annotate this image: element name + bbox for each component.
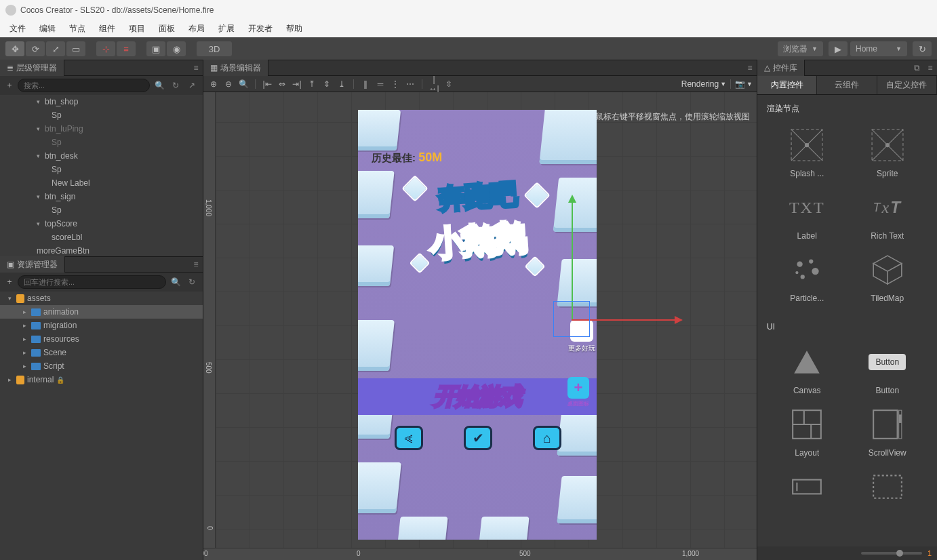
zoom-out-icon[interactable]: ⊖	[222, 79, 235, 89]
align-left-icon[interactable]: |⇤	[261, 79, 273, 89]
tree-item[interactable]: ▾btn_sign	[0, 190, 203, 203]
align-top-icon[interactable]: ⤒	[306, 79, 318, 89]
comp-splash[interactable]: Splash ...	[776, 128, 838, 178]
asset-tree-item[interactable]: ▸Scene	[0, 346, 203, 359]
spacing-icon[interactable]: |↔|	[428, 75, 440, 94]
comp-particle[interactable]: Particle...	[776, 253, 838, 303]
anchor-tool-button[interactable]: ⊹	[96, 41, 115, 56]
comp-label[interactable]: TXT Label	[776, 191, 838, 241]
distribute-v-icon[interactable]: ═	[374, 79, 386, 89]
menu-panel[interactable]: 面板	[152, 20, 182, 37]
scene-editor-tab[interactable]: ▦ 场景编辑器	[203, 60, 268, 77]
panel-menu-icon[interactable]: ≡	[189, 260, 203, 269]
selection-rect[interactable]	[553, 301, 590, 337]
hierarchy-tree[interactable]: ▾btn_shopSp▾btn_luPingSp▾btn_deskSpNew L…	[0, 95, 203, 256]
scene-viewport[interactable]: 使用鼠标右键平移视窗焦点，使用滚轮缩放视图	[203, 92, 757, 560]
panel-menu-icon[interactable]: ≡	[189, 63, 203, 73]
assets-tab[interactable]: ▣ 资源管理器	[0, 256, 65, 273]
align-center-h-icon[interactable]: ⇔	[276, 79, 288, 89]
tree-item[interactable]: scoreLbl	[0, 231, 203, 244]
asset-tree-item[interactable]: ▸resources	[0, 332, 203, 346]
assets-search-input[interactable]	[18, 275, 166, 289]
hierarchy-search-input[interactable]	[18, 79, 150, 92]
refresh-icon[interactable]: ↻	[169, 81, 182, 90]
comp-tiledmap[interactable]: TiledMap	[857, 253, 919, 303]
tree-item[interactable]: Sp	[0, 163, 203, 176]
menu-layout[interactable]: 布局	[182, 20, 212, 37]
assets-tree[interactable]: ▾assets▸animation▸migration▸resources▸Sc…	[0, 292, 203, 560]
zoom-in-icon[interactable]: ⊕	[207, 79, 220, 89]
refresh-button[interactable]: ↻	[913, 41, 932, 56]
menu-file[interactable]: 文件	[3, 20, 33, 37]
asset-tree-item[interactable]: ▸animation	[0, 305, 203, 319]
assets-title: 资源管理器	[17, 259, 58, 271]
tree-item[interactable]: Sp	[0, 136, 203, 149]
tab-builtin[interactable]: 内置控件	[757, 76, 817, 94]
search-icon[interactable]: 🔍	[169, 277, 182, 287]
zoom-slider[interactable]	[861, 552, 922, 555]
tree-item[interactable]: New Label	[0, 176, 203, 190]
align-right-icon[interactable]: ⇥|	[291, 79, 303, 89]
pivot-tool-button[interactable]: ≡	[117, 41, 136, 56]
tree-item[interactable]: ▾btn_luPing	[0, 122, 203, 136]
tree-item[interactable]: Sp	[0, 203, 203, 217]
rotate-tool-button[interactable]: ⟳	[26, 41, 45, 56]
distribute-h-icon[interactable]: ‖	[359, 79, 372, 89]
menu-edit[interactable]: 编辑	[33, 20, 62, 37]
collapse-icon[interactable]: ↗	[185, 81, 199, 90]
move-tool-button[interactable]: ✥	[5, 41, 24, 56]
tree-item[interactable]: moreGameBtn	[0, 244, 203, 256]
local-tool-button[interactable]: ▣	[146, 41, 165, 56]
zoom-fit-icon[interactable]: 🔍	[237, 79, 250, 89]
distribute-h2-icon[interactable]: ⋮	[389, 79, 401, 89]
tree-item[interactable]: ▾btn_shop	[0, 95, 203, 108]
align-center-v-icon[interactable]: ⇕	[321, 79, 333, 89]
play-button[interactable]: ▶	[829, 41, 848, 56]
hierarchy-tab[interactable]: ≣ 层级管理器	[0, 60, 64, 77]
preview-platform-dropdown[interactable]: 浏览器▼	[778, 41, 823, 56]
comp-layout[interactable]: Layout	[776, 407, 838, 458]
menu-component[interactable]: 组件	[92, 20, 122, 37]
global-tool-button[interactable]: ◉	[167, 41, 186, 56]
scale-tool-button[interactable]: ⤢	[46, 41, 65, 56]
distribute-v2-icon[interactable]: ⋯	[404, 79, 416, 89]
comp-sprite[interactable]: Sprite	[857, 128, 919, 178]
panel-menu-icon[interactable]: ≡	[743, 63, 757, 73]
add-asset-button[interactable]: +	[4, 277, 15, 287]
search-icon[interactable]: 🔍	[153, 81, 166, 90]
menu-node[interactable]: 节点	[62, 20, 92, 37]
rendering-dropdown[interactable]: Rendering	[681, 79, 719, 89]
rect-tool-button[interactable]: ▭	[66, 41, 85, 56]
comp-canvas[interactable]: Canvas	[776, 345, 838, 395]
menu-developer[interactable]: 开发者	[241, 20, 279, 37]
refresh-icon[interactable]: ↻	[185, 277, 199, 287]
tree-item-label: scoreLbl	[52, 233, 82, 242]
panel-menu-icon[interactable]: ≡	[923, 63, 937, 73]
menu-help[interactable]: 帮助	[279, 20, 309, 37]
add-node-button[interactable]: +	[4, 81, 15, 90]
comp-button[interactable]: Button Button	[857, 345, 919, 395]
menu-project[interactable]: 项目	[122, 20, 152, 37]
comp-scrollview[interactable]: ScrollView	[857, 407, 919, 458]
asset-tree-item[interactable]: ▸internal🔒	[0, 373, 203, 386]
asset-tree-item[interactable]: ▸Script	[0, 359, 203, 373]
asset-tree-item[interactable]: ▾assets	[0, 292, 203, 305]
menu-extension[interactable]: 扩展	[212, 20, 241, 37]
tree-item[interactable]: ▾btn_desk	[0, 149, 203, 163]
comp-extra2[interactable]	[857, 470, 919, 504]
spacing-v-icon[interactable]: ⇳	[443, 79, 455, 89]
comp-richtext[interactable]: TxT Rich Text	[857, 191, 919, 241]
3d-toggle-button[interactable]: 3D	[197, 41, 232, 56]
tab-custom[interactable]: 自定义控件	[877, 76, 937, 94]
asset-tree-item[interactable]: ▸migration	[0, 319, 203, 332]
align-bottom-icon[interactable]: ⤓	[336, 79, 348, 89]
tab-cloud[interactable]: 云组件	[817, 76, 877, 94]
comp-extra1[interactable]	[776, 470, 838, 504]
tree-item[interactable]: Sp	[0, 108, 203, 122]
camera-icon[interactable]: 📷	[735, 79, 745, 89]
popout-icon[interactable]: ⧉	[910, 63, 923, 73]
widget-library-tab[interactable]: △ 控件库	[757, 60, 805, 77]
scene-select-dropdown[interactable]: Home▼	[850, 41, 907, 56]
tree-item[interactable]: ▾topScore	[0, 217, 203, 231]
tree-item-label: Sp	[52, 138, 62, 147]
